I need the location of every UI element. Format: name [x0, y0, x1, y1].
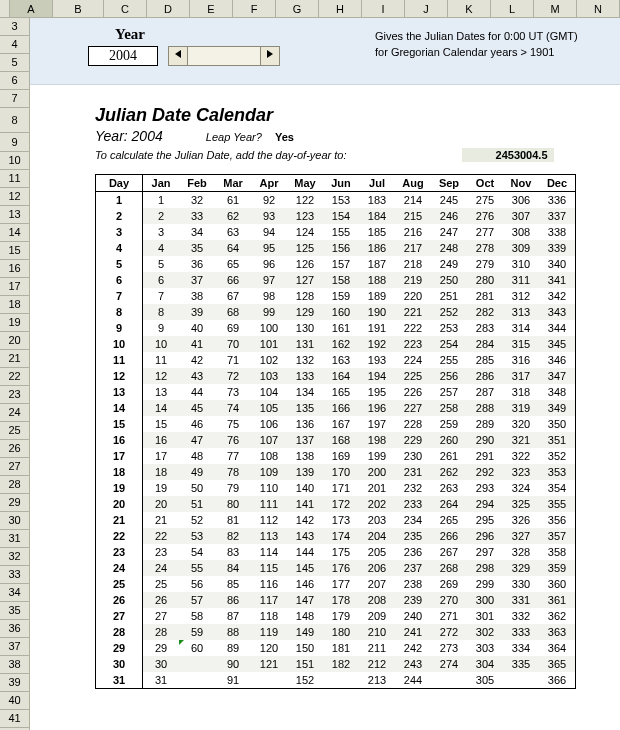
column-header-k[interactable]: K — [448, 0, 491, 18]
column-header-m[interactable]: M — [534, 0, 577, 18]
column-header-h[interactable]: H — [319, 0, 362, 18]
column-header-d[interactable]: D — [147, 0, 190, 18]
column-header-f[interactable]: F — [233, 0, 276, 18]
column-header-j[interactable]: J — [405, 0, 448, 18]
column-header-e[interactable]: E — [190, 0, 233, 18]
select-all-corner[interactable] — [0, 0, 10, 18]
column-header-c[interactable]: C — [104, 0, 147, 18]
column-header-g[interactable]: G — [276, 0, 319, 18]
column-header-row: ABCDEFGHIJKLMN — [0, 0, 620, 18]
column-header-b[interactable]: B — [53, 0, 104, 18]
column-header-a[interactable]: A — [10, 0, 53, 18]
column-header-l[interactable]: L — [491, 0, 534, 18]
column-header-n[interactable]: N — [577, 0, 620, 18]
column-header-i[interactable]: I — [362, 0, 405, 18]
